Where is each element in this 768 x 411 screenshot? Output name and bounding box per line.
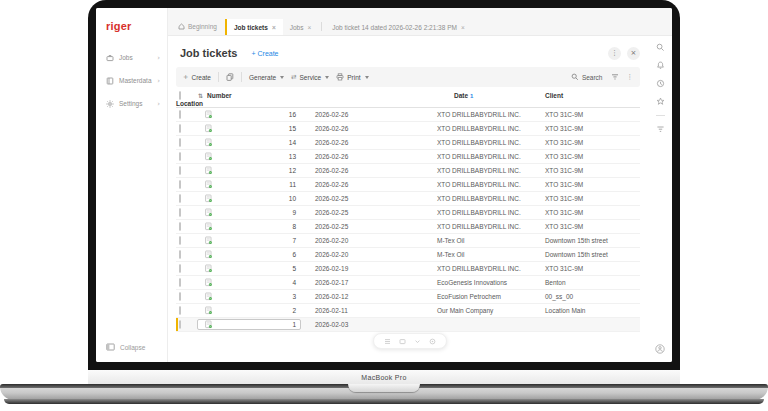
ticket-date: 2026-02-26 <box>298 125 437 132</box>
job-tickets-table: ⇅ Number Date1 Client Location 16 2026- <box>176 92 640 332</box>
page-title: Job tickets <box>180 47 237 59</box>
row-checkbox[interactable] <box>179 166 181 175</box>
chevron-down-icon <box>365 76 369 79</box>
table-row[interactable]: 1 2026-02-03 <box>176 318 640 332</box>
history-clock-icon[interactable] <box>656 79 665 88</box>
document-check-icon <box>198 180 224 189</box>
table-row[interactable]: 6 2026-02-20 M-Tex Oil Downtown 15th str… <box>176 248 640 262</box>
table-row[interactable]: 15 2026-02-26 XTO DRILLBABYDRILL INC. XT… <box>176 122 640 136</box>
row-checkbox[interactable] <box>179 250 181 259</box>
tab-job-tickets[interactable]: Job tickets × <box>225 19 283 35</box>
laptop-chin: MacBook Pro <box>88 370 680 384</box>
ticket-client: M-Tex Oil <box>437 237 545 244</box>
toolbar-service-label: Service <box>300 74 322 81</box>
sidebar-item-masterdata[interactable]: Masterdata › <box>96 69 167 92</box>
pill-box-icon[interactable] <box>399 338 406 345</box>
ticket-location: Downtown 15th street <box>545 251 640 258</box>
document-check-icon <box>198 320 224 329</box>
row-checkbox[interactable] <box>179 264 181 273</box>
table-row[interactable]: 16 2026-02-26 XTO DRILLBABYDRILL INC. XT… <box>176 108 640 122</box>
pill-list-icon[interactable] <box>384 338 391 345</box>
table-row[interactable]: 10 2026-02-25 XTO DRILLBABYDRILL INC. XT… <box>176 192 640 206</box>
document-check-icon <box>198 138 224 147</box>
tab-jobs[interactable]: Jobs × <box>283 19 319 35</box>
favorites-star-icon[interactable] <box>656 97 665 106</box>
column-header-client[interactable]: Client <box>545 92 640 99</box>
pill-chevron-down-icon[interactable] <box>414 338 421 345</box>
column-header-location[interactable]: Location <box>176 100 198 107</box>
laptop-notch <box>348 384 420 392</box>
ticket-client: XTO DRILLBABYDRILL INC. <box>437 111 545 118</box>
filter-icon[interactable] <box>611 73 619 81</box>
sort-icon[interactable]: ⇅ <box>198 92 203 99</box>
ticket-date: 2026-02-26 <box>298 111 437 118</box>
row-checkbox[interactable] <box>179 306 181 315</box>
ticket-location: XTO 31C-9M <box>545 139 640 146</box>
ticket-date: 2026-02-12 <box>298 293 437 300</box>
row-checkbox[interactable] <box>179 110 181 119</box>
header-create-link[interactable]: + Create <box>251 50 278 57</box>
tab-separator <box>321 22 322 31</box>
table-row[interactable]: 5 2026-02-19 XTO DRILLBABYDRILL INC. XTO… <box>176 262 640 276</box>
ticket-date: 2026-02-25 <box>298 195 437 202</box>
ticket-date: 2026-02-17 <box>298 279 437 286</box>
ticket-location: XTO 31C-9M <box>545 265 640 272</box>
ticket-number: 10 <box>224 195 298 202</box>
row-checkbox[interactable] <box>179 292 181 301</box>
breadcrumb-home[interactable]: Beginning <box>168 23 225 35</box>
table-row[interactable]: 11 2026-02-26 XTO DRILLBABYDRILL INC. XT… <box>176 178 640 192</box>
row-checkbox[interactable] <box>179 124 181 133</box>
laptop-base-edge <box>4 399 764 404</box>
breadcrumb-label: Beginning <box>188 23 217 30</box>
table-row[interactable]: 14 2026-02-26 XTO DRILLBABYDRILL INC. XT… <box>176 136 640 150</box>
table-row[interactable]: 9 2026-02-25 XTO DRILLBABYDRILL INC. XTO… <box>176 206 640 220</box>
column-header-date[interactable]: Date <box>454 92 468 99</box>
sidebar-collapse-button[interactable]: Collapse <box>96 338 167 356</box>
row-checkbox[interactable] <box>179 208 181 217</box>
toolbar-print-button[interactable]: Print <box>336 73 368 81</box>
row-checkbox[interactable] <box>179 152 181 161</box>
ticket-date: 2026-02-26 <box>298 153 437 160</box>
table-row[interactable]: 3 2026-02-12 EcoFusion Petrochem 00_ss_0… <box>176 290 640 304</box>
tab-close-icon[interactable]: × <box>461 24 465 31</box>
toolbar-generate-button[interactable]: Generate <box>249 74 284 81</box>
table-row[interactable]: 12 2026-02-26 XTO DRILLBABYDRILL INC. XT… <box>176 164 640 178</box>
row-checkbox[interactable] <box>179 194 181 203</box>
pill-circle-icon[interactable] <box>429 338 436 345</box>
rail-filter-icon[interactable] <box>656 125 665 134</box>
toolbar-print-label: Print <box>347 74 360 81</box>
main-panel: Job tickets + Create ⋮ × + Create <box>168 36 648 362</box>
table-row[interactable]: 2 2026-02-11 Our Main Company Location M… <box>176 304 640 318</box>
toolbar-create-button[interactable]: + Create <box>183 73 211 81</box>
ticket-date: 2026-02-25 <box>298 209 437 216</box>
row-checkbox[interactable] <box>179 236 181 245</box>
row-checkbox[interactable] <box>179 222 181 231</box>
table-row[interactable]: 4 2026-02-17 EcoGenesis Innovations Bent… <box>176 276 640 290</box>
ticket-number: 16 <box>224 111 298 118</box>
toolbar-copy-button[interactable] <box>226 73 234 81</box>
table-row[interactable]: 13 2026-02-26 XTO DRILLBABYDRILL INC. XT… <box>176 150 640 164</box>
row-checkbox[interactable] <box>179 138 181 147</box>
tab-close-icon[interactable]: × <box>272 24 276 31</box>
ticket-number: 5 <box>224 265 298 272</box>
table-row[interactable]: 8 2026-02-25 XTO DRILLBABYDRILL INC. XTO… <box>176 220 640 234</box>
toolbar-generate-label: Generate <box>249 74 276 81</box>
panel-close-button[interactable]: × <box>627 47 640 60</box>
row-checkbox[interactable] <box>179 320 181 329</box>
sidebar-item-settings[interactable]: Settings › <box>96 92 167 115</box>
user-icon[interactable] <box>655 344 665 354</box>
row-checkbox[interactable] <box>179 278 181 287</box>
tab-job-ticket-14[interactable]: Job ticket 14 dated 2026-02-26 2:21:38 P… <box>325 19 471 35</box>
ticket-date: 2026-02-20 <box>298 251 437 258</box>
table-row[interactable]: 7 2026-02-20 M-Tex Oil Downtown 15th str… <box>176 234 640 248</box>
panel-kebab-button[interactable]: ⋮ <box>608 47 621 60</box>
kebab-menu-icon[interactable]: ⋮ <box>627 73 634 81</box>
toolbar-service-button[interactable]: ⇄ Service <box>291 73 329 81</box>
tab-close-icon[interactable]: × <box>307 24 311 31</box>
row-checkbox[interactable] <box>179 180 181 189</box>
sidebar-item-jobs[interactable]: Jobs › <box>96 46 167 69</box>
column-header-number[interactable]: Number <box>207 92 232 99</box>
notifications-bell-icon[interactable] <box>656 61 665 70</box>
rail-search-icon[interactable] <box>656 43 665 52</box>
search-button[interactable]: Search <box>571 73 603 81</box>
